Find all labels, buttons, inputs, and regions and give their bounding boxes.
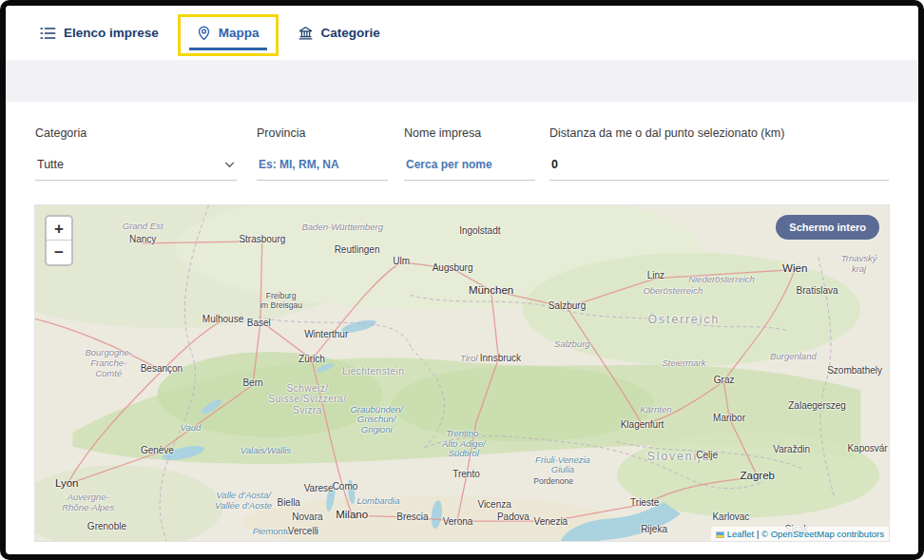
attribution-separator: | (754, 529, 761, 539)
tab-label: Categorie (321, 26, 380, 40)
map-label: Basel (247, 319, 271, 330)
map-label: Klagenfurt (621, 419, 664, 431)
map-label: Steiermark (663, 357, 706, 368)
categoria-label: Categoria (35, 126, 237, 140)
list-icon (40, 27, 56, 40)
categoria-selected-value: Tutte (37, 158, 64, 171)
map-label: Vaud (181, 422, 202, 433)
map-label: Linz (647, 271, 664, 282)
map-label: Vercelli (288, 526, 318, 537)
leaflet-link[interactable]: Leaflet (727, 529, 755, 539)
map-label: Trentino- Alto Adige/ Südtirol (442, 428, 486, 459)
filter-categoria: Categoria Tutte (35, 126, 237, 181)
map-label: Vicenza (477, 499, 510, 511)
map-label: Verona (443, 516, 473, 528)
map-label: Reutlingen (335, 244, 380, 256)
map-label: Novara (292, 512, 322, 524)
map-label: Schweiz/ Suisse/Svizzera/ Svizra (268, 382, 346, 415)
map-label: Baden-Württemberg (301, 222, 383, 232)
map-label: Valais/Wallis (241, 446, 291, 456)
map-label: München (469, 284, 513, 297)
map-label: Burgenland (770, 352, 817, 362)
map-label: Liechtenstein (342, 366, 404, 377)
map-label: Trento (452, 470, 480, 481)
zoom-in-button[interactable]: + (47, 217, 71, 241)
map-label: Piemonte (253, 527, 291, 537)
map-label: Venezia (534, 516, 568, 528)
map-label: Varese (304, 484, 334, 495)
map-attribution: Leaflet | © OpenStreetMap contributors (711, 527, 889, 541)
map-label: Graz (714, 375, 735, 386)
map-label: Winterthur (304, 330, 348, 341)
map-label: Mulhouse (202, 315, 243, 326)
map-label: Oberösterreich (643, 286, 703, 297)
filter-provincia: Provincia (257, 126, 388, 181)
map-label: Pordenone (533, 477, 573, 487)
fullscreen-button[interactable]: Schermo intero (776, 215, 879, 240)
map-label: Salzburg (549, 301, 586, 313)
categoria-select[interactable]: Tutte (35, 152, 237, 181)
map-label: Innsbruck (480, 353, 521, 364)
filter-nome-impresa: Nome impresa (404, 126, 535, 181)
map-label: Bourgogne- Franche- Comté (85, 348, 132, 379)
map-label: Como (333, 481, 358, 492)
map-label: Zagreb (740, 471, 774, 483)
nome-impresa-label: Nome impresa (404, 126, 535, 140)
map-label: Lombardia (357, 496, 400, 507)
bank-icon (298, 26, 314, 40)
map-label: Auvergne- Rhône-Alpes (62, 492, 114, 513)
map-label: Bern (242, 377, 262, 389)
map-label: Friuli-Venezia Giulia (535, 455, 590, 476)
map-label: Bratislava (797, 285, 838, 297)
map-label: Padova (497, 512, 529, 524)
map-label: Varaždin (773, 444, 810, 455)
map-label: Rijeka (641, 524, 667, 535)
subheader-band (6, 60, 918, 102)
map-label: Ingolstadt (459, 225, 500, 237)
map-pin-icon (197, 25, 211, 41)
tab-elenco-imprese[interactable]: Elenco imprese (34, 6, 172, 60)
filter-bar: Categoria Tutte Provincia Nome impresa D… (6, 102, 918, 181)
map-label: Trieste (630, 497, 659, 509)
map-label: Lyon (55, 478, 79, 491)
map-label: Graubünden/ Grischun/ Grigioni (350, 404, 402, 435)
osm-link[interactable]: © OpenStreetMap contributors (761, 529, 884, 539)
leaflet-flag-icon (716, 531, 724, 538)
map-label: Szombathely (827, 365, 882, 377)
tab-label: Mappa (219, 26, 260, 40)
map-container[interactable]: Grand EstNancyStrasbourgBaden-Württember… (34, 204, 890, 542)
map-label: Strasbourg (239, 234, 285, 245)
map-label: Freiburg im Breisgau (260, 292, 302, 311)
distanza-label: Distanza da me o dal punto selezionato (… (549, 126, 889, 140)
map-label: Nancy (129, 234, 156, 245)
map-label: Wien (782, 262, 807, 275)
nome-impresa-input[interactable] (404, 152, 535, 181)
map-label: Slovenija (647, 452, 711, 465)
map-label: Celje (696, 451, 718, 462)
filter-distanza: Distanza da me o dal punto selezionato (… (549, 126, 889, 181)
provincia-input[interactable] (257, 152, 388, 181)
zoom-out-button[interactable]: − (47, 241, 71, 264)
map-label: Tirol (460, 353, 477, 363)
map-label: Brescia (396, 512, 428, 524)
map-label: Karlovac (712, 512, 749, 524)
map-label: Kaposvár (847, 443, 887, 454)
zoom-control: + − (45, 215, 73, 266)
chevron-down-icon (224, 158, 235, 171)
map-label: Kärnten (640, 404, 671, 415)
map-label: Genève (141, 446, 174, 457)
map-label: Augsburg (433, 262, 473, 274)
map-label: Milano (336, 510, 368, 522)
map-label: Niederösterreich (688, 274, 755, 284)
tab-bar: Elenco imprese Mappa Categorie (6, 6, 918, 60)
map-label: Grenoble (87, 521, 126, 532)
map-label: Österreich (648, 315, 720, 328)
tab-mappa[interactable]: Mappa (193, 6, 263, 60)
map-label: Salzburg (554, 339, 590, 350)
map-labels-layer: Grand EstNancyStrasbourgBaden-Württember… (35, 205, 889, 541)
distanza-input[interactable] (549, 152, 889, 181)
tab-categorie[interactable]: Categorie (284, 6, 394, 60)
map-label: Trnavský kraj (841, 254, 877, 275)
map-label: Biella (277, 497, 299, 509)
tab-label: Elenco imprese (64, 26, 159, 40)
